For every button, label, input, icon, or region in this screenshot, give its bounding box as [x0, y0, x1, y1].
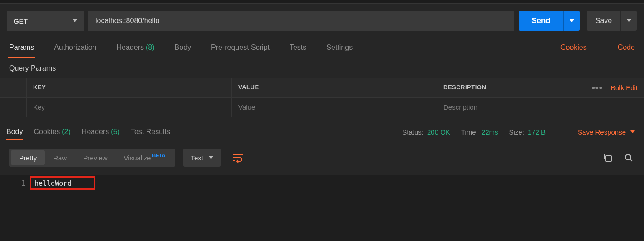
response-tab-cookies[interactable]: Cookies (2) [34, 124, 70, 140]
table-header-description: DESCRIPTION [437, 78, 577, 97]
code-link[interactable]: Code [618, 43, 635, 52]
tab-tests[interactable]: Tests [290, 37, 306, 58]
tab-params[interactable]: Params [9, 37, 34, 58]
size-label: Size: [509, 128, 524, 136]
value-input[interactable] [238, 103, 430, 111]
query-params-title: Query Params [0, 58, 644, 78]
tab-body[interactable]: Body [175, 37, 191, 58]
tab-headers[interactable]: Headers (8) [117, 37, 155, 58]
view-mode-segment: Pretty Raw Preview Visualize BETA [9, 149, 175, 167]
save-response-label: Save Response [578, 128, 626, 136]
time-value: 22ms [482, 128, 498, 136]
response-headers-count: (5) [111, 128, 120, 136]
response-cookies-count: (2) [62, 128, 71, 136]
chevron-down-icon [209, 156, 213, 159]
chevron-down-icon [73, 19, 77, 22]
view-preview[interactable]: Preview [75, 150, 115, 165]
line-gutter: 1 [0, 175, 33, 241]
response-status: Status: 200 OK [402, 128, 450, 136]
table-row [0, 97, 644, 117]
response-tab-body[interactable]: Body [6, 124, 23, 140]
search-icon [624, 153, 633, 162]
tab-headers-count: (8) [146, 43, 155, 52]
url-input-container[interactable] [88, 11, 514, 31]
response-time: Time: 22ms [461, 128, 498, 136]
status-label: Status: [402, 128, 423, 136]
url-input[interactable] [95, 17, 507, 25]
view-raw[interactable]: Raw [45, 150, 75, 165]
response-tab-headers[interactable]: Headers (5) [82, 124, 120, 140]
time-label: Time: [461, 128, 478, 136]
send-button[interactable]: Send [519, 11, 563, 31]
svg-rect-0 [606, 156, 611, 161]
svg-point-1 [625, 154, 631, 160]
description-input[interactable] [443, 103, 638, 111]
chevron-down-icon [570, 19, 574, 22]
view-visualize[interactable]: Visualize BETA [116, 150, 174, 165]
response-cookies-label: Cookies [34, 128, 60, 136]
copy-icon [603, 153, 612, 162]
table-header-value: VALUE [231, 78, 437, 97]
format-label: Text [191, 154, 203, 162]
http-method-select[interactable]: GET [7, 11, 84, 31]
chevron-down-icon [627, 19, 631, 22]
beta-badge: BETA [152, 153, 165, 158]
line-number: 1 [7, 179, 25, 188]
search-button[interactable] [622, 151, 635, 164]
send-dropdown-button[interactable] [563, 11, 580, 31]
response-headers-label: Headers [82, 128, 109, 136]
size-value: 172 B [528, 128, 546, 136]
save-dropdown-button[interactable] [620, 11, 637, 31]
http-method-label: GET [14, 17, 28, 25]
view-pretty[interactable]: Pretty [11, 150, 45, 165]
tab-prerequest[interactable]: Pre-request Script [211, 37, 270, 58]
save-response-button[interactable]: Save Response [578, 128, 635, 136]
bulk-edit-link[interactable]: Bulk Edit [611, 84, 638, 92]
response-tab-tests[interactable]: Test Results [131, 124, 170, 140]
tab-headers-label: Headers [117, 43, 144, 52]
key-input[interactable] [33, 103, 225, 111]
chevron-down-icon [630, 130, 635, 133]
code-line: helloWord [34, 179, 642, 188]
response-size: Size: 172 B [509, 128, 546, 136]
wrap-icon [232, 152, 244, 163]
table-checkbox-header [0, 78, 26, 97]
copy-button[interactable] [601, 151, 614, 164]
more-columns-icon[interactable]: ••• [592, 86, 603, 90]
save-button[interactable]: Save [587, 11, 620, 31]
cookies-link[interactable]: Cookies [560, 43, 587, 52]
visualize-label: Visualize [124, 154, 151, 162]
format-select[interactable]: Text [183, 149, 221, 167]
status-value: 200 OK [427, 128, 450, 136]
table-header-key: KEY [26, 78, 231, 97]
row-checkbox-cell[interactable] [0, 98, 26, 117]
tab-settings[interactable]: Settings [326, 37, 353, 58]
wrap-lines-button[interactable] [229, 149, 247, 167]
tab-authorization[interactable]: Authorization [54, 37, 96, 58]
divider [564, 127, 564, 137]
response-body-viewer[interactable]: 1 helloWord [0, 175, 644, 241]
